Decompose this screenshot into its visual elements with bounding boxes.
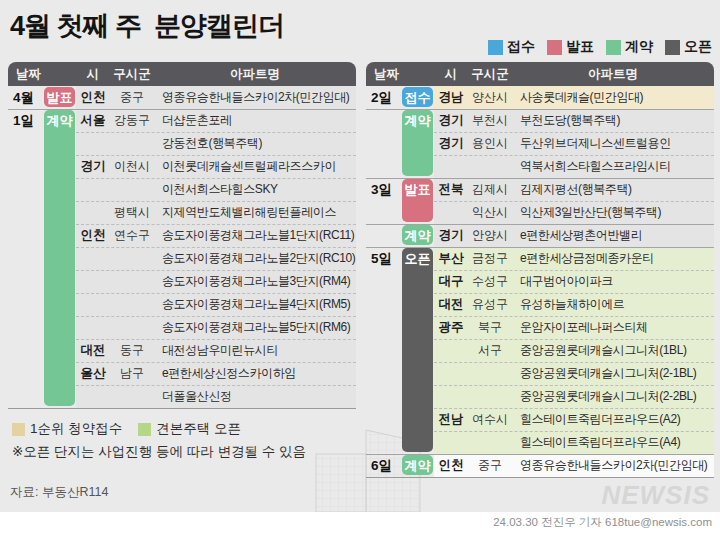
legend-label: 1순위 청약접수 — [30, 420, 122, 438]
name-cell: 이천롯데캐슬센트럴페라즈스카이 — [154, 155, 356, 178]
gu-cell: 강동구 — [110, 109, 154, 132]
status-band: 접수 — [402, 87, 433, 107]
date-cell — [366, 431, 400, 454]
gu-cell: 익산시 — [468, 201, 512, 224]
gu-cell: 평택시 — [110, 201, 154, 224]
gu-cell: 남구 — [110, 362, 154, 385]
gu-cell — [468, 362, 512, 385]
row-separator — [76, 201, 356, 202]
name-cell: 지제역반도체밸리해링턴플레이스 — [154, 201, 356, 224]
si-cell: 대전 — [76, 339, 110, 362]
newsis-logo: NEWSIS — [601, 480, 710, 511]
si-cell — [76, 316, 110, 339]
gu-cell: 부천시 — [468, 109, 512, 132]
name-cell: 강동천호(행복주택) — [154, 132, 356, 155]
date-cell — [366, 316, 400, 339]
contract-color-chip — [606, 40, 621, 55]
si-cell: 경남 — [434, 86, 468, 109]
status-legend: 접수 발표 계약 오픈 — [488, 38, 712, 56]
infographic-canvas: 4월 첫째 주 분양캘린더 접수 발표 계약 오픈 날짜 시 구시군 아파트명 … — [0, 0, 720, 534]
legend-item-open: 오픈 — [665, 38, 712, 56]
column-header-date: 날짜 — [8, 66, 42, 83]
si-cell: 경기 — [434, 224, 468, 247]
date-cell: 3일 — [366, 178, 400, 201]
gu-cell: 중구 — [110, 86, 154, 109]
gu-cell — [110, 270, 154, 293]
gu-cell — [468, 385, 512, 408]
legend-label: 오픈 — [684, 38, 712, 56]
date-cell — [366, 109, 400, 132]
column-header-district: 구시군 — [468, 66, 512, 83]
gu-cell: 북구 — [468, 316, 512, 339]
gu-cell: 금정구 — [468, 247, 512, 270]
si-cell — [76, 270, 110, 293]
legend-item-announce: 발표 — [547, 38, 594, 56]
date-cell — [8, 178, 42, 201]
name-cell: 두산위브더제니스센트럴용인 — [512, 132, 714, 155]
bottom-strip: 24.03.30 전진우 기자 618tue@newsis.com — [0, 512, 720, 534]
date-cell — [8, 132, 42, 155]
name-cell: 부천도당(행복주택) — [512, 109, 714, 132]
status-band-label: 접수 — [405, 90, 431, 105]
status-band-label: 계약 — [47, 113, 73, 128]
date-cell — [366, 270, 400, 293]
row-separator — [76, 247, 356, 248]
name-cell: 유성하늘채하이에르 — [512, 293, 714, 316]
row-separator — [76, 155, 356, 156]
column-header-city: 시 — [76, 66, 110, 83]
legend-item-first-priority: 1순위 청약접수 — [12, 420, 122, 438]
status-band: 계약 — [402, 110, 433, 176]
date-cell: 2일 — [366, 86, 400, 109]
status-band: 계약 — [44, 110, 75, 406]
status-band-label: 발표 — [47, 90, 73, 105]
page-title: 4월 첫째 주 분양캘린더 — [10, 8, 284, 44]
name-cell: 이천서희스타힐스SKY — [154, 178, 356, 201]
date-cell — [8, 155, 42, 178]
name-cell: 송도자이풍경채그라노블1단지(RC11) — [154, 224, 356, 247]
si-cell: 전북 — [434, 178, 468, 201]
column-header-apartment: 아파트명 — [512, 66, 714, 83]
column-header-date: 날짜 — [366, 66, 400, 83]
name-cell: 대전성남우미린뉴시티 — [154, 339, 356, 362]
row-separator — [434, 155, 714, 156]
date-cell — [366, 339, 400, 362]
gu-cell — [110, 132, 154, 155]
column-header-city: 시 — [434, 66, 468, 83]
gu-cell: 유성구 — [468, 293, 512, 316]
si-cell: 경기 — [434, 132, 468, 155]
si-cell — [434, 201, 468, 224]
row-separator — [434, 293, 714, 294]
gu-cell — [468, 155, 512, 178]
status-band: 오픈 — [402, 248, 433, 452]
name-cell: 힐스테이트죽림더프라우드(A2) — [512, 408, 714, 431]
row-separator — [76, 270, 356, 271]
date-cell: 4월 — [8, 86, 42, 109]
legend-label: 접수 — [507, 38, 535, 56]
column-header-district: 구시군 — [110, 66, 154, 83]
si-cell: 경기 — [76, 155, 110, 178]
row-separator — [76, 339, 356, 340]
gu-cell — [110, 247, 154, 270]
si-cell — [434, 362, 468, 385]
gu-cell — [110, 316, 154, 339]
si-cell — [434, 339, 468, 362]
gu-cell: 서구 — [468, 339, 512, 362]
date-cell — [366, 385, 400, 408]
right-calendar-table: 날짜 시 구시군 아파트명 2일경남양산시사송롯데캐슬(민간임대)경기부천시부천… — [366, 62, 714, 478]
row-separator — [76, 385, 356, 386]
row-separator — [76, 362, 356, 363]
si-cell — [76, 178, 110, 201]
row-separator — [76, 293, 356, 294]
date-cell — [366, 362, 400, 385]
byline-credit: 24.03.30 전진우 기자 618tue@newsis.com — [493, 515, 712, 530]
status-band-label: 오픈 — [405, 251, 431, 266]
table-rows: 4월인천중구영종유승한내들스카이2차(민간임대)1일서울강동구더샵둔촌포레강동천… — [8, 86, 356, 409]
row-separator — [434, 385, 714, 386]
table-header: 날짜 시 구시군 아파트명 — [366, 62, 714, 86]
date-cell — [8, 339, 42, 362]
name-cell: 힐스테이트죽림더프라우드(A4) — [512, 431, 714, 454]
si-cell: 인천 — [434, 454, 468, 477]
status-band-label: 발표 — [405, 182, 431, 197]
name-cell: e편한세상금정메종카운티 — [512, 247, 714, 270]
date-cell — [8, 270, 42, 293]
